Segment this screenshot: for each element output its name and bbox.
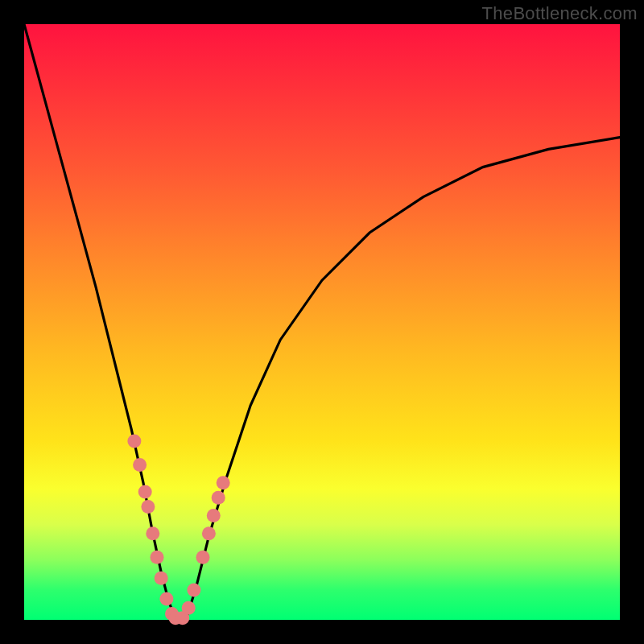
highlight-dot bbox=[138, 485, 152, 498]
chart-svg bbox=[24, 24, 620, 620]
highlight-dot bbox=[127, 435, 141, 448]
highlight-dot bbox=[182, 601, 196, 615]
chart-frame: TheBottleneck.com bbox=[0, 0, 644, 644]
highlight-dot bbox=[146, 526, 159, 540]
highlight-dot bbox=[151, 551, 164, 564]
highlight-dot bbox=[141, 500, 155, 514]
plot-area bbox=[24, 24, 620, 620]
highlight-dot bbox=[212, 491, 225, 505]
bottleneck-curve bbox=[24, 24, 620, 620]
highlight-dot bbox=[202, 526, 216, 540]
highlight-dots bbox=[127, 435, 229, 625]
highlight-dot bbox=[187, 584, 200, 597]
watermark-text: TheBottleneck.com bbox=[482, 3, 638, 24]
highlight-dot bbox=[155, 572, 168, 585]
highlight-dot bbox=[159, 592, 173, 606]
highlight-dot bbox=[196, 551, 210, 564]
highlight-dot bbox=[217, 476, 230, 489]
highlight-dot bbox=[133, 458, 147, 472]
highlight-dot bbox=[207, 509, 221, 522]
